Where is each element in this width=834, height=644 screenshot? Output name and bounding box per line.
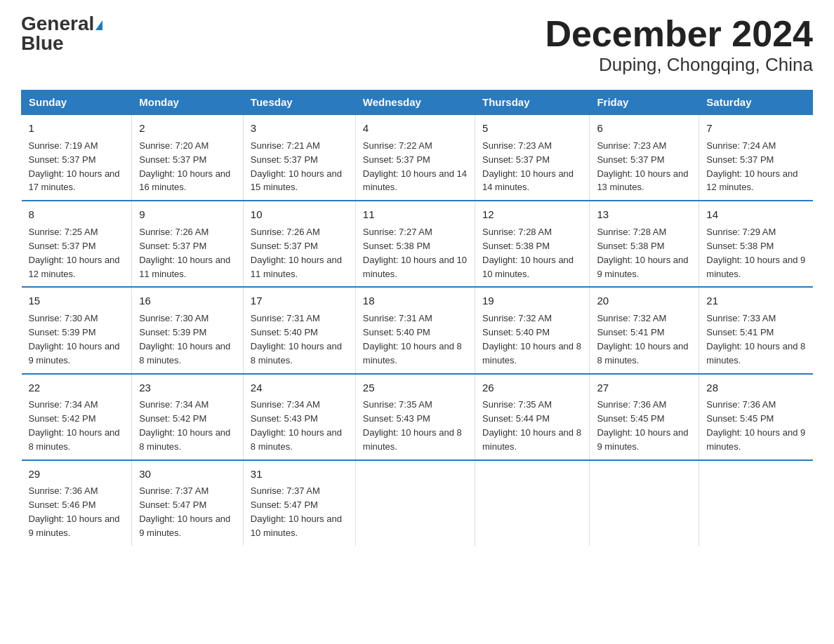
table-row: 20Sunrise: 7:32 AMSunset: 5:41 PMDayligh… <box>590 287 699 373</box>
table-row: 21Sunrise: 7:33 AMSunset: 5:41 PMDayligh… <box>699 287 813 373</box>
calendar-week-row: 8Sunrise: 7:25 AMSunset: 5:37 PMDaylight… <box>22 201 813 287</box>
day-info: Sunrise: 7:26 AMSunset: 5:37 PMDaylight:… <box>251 227 342 279</box>
table-row <box>475 460 590 546</box>
day-info: Sunrise: 7:25 AMSunset: 5:37 PMDaylight:… <box>29 227 120 279</box>
col-sunday: Sunday <box>22 90 132 115</box>
day-number: 29 <box>29 467 125 482</box>
col-thursday: Thursday <box>475 90 590 115</box>
day-info: Sunrise: 7:23 AMSunset: 5:37 PMDaylight:… <box>482 140 574 193</box>
day-info: Sunrise: 7:30 AMSunset: 5:39 PMDaylight:… <box>139 313 230 365</box>
table-row <box>590 460 699 546</box>
day-info: Sunrise: 7:36 AMSunset: 5:45 PMDaylight:… <box>597 399 688 452</box>
day-number: 23 <box>139 380 236 396</box>
day-info: Sunrise: 7:34 AMSunset: 5:42 PMDaylight:… <box>139 399 230 452</box>
table-row <box>699 460 813 546</box>
logo-text: General <box>21 14 102 34</box>
day-info: Sunrise: 7:37 AMSunset: 5:47 PMDaylight:… <box>251 485 342 538</box>
table-row: 22Sunrise: 7:34 AMSunset: 5:42 PMDayligh… <box>22 374 132 460</box>
table-row: 9Sunrise: 7:26 AMSunset: 5:37 PMDaylight… <box>132 201 244 287</box>
day-info: Sunrise: 7:27 AMSunset: 5:38 PMDaylight:… <box>363 227 467 279</box>
day-info: Sunrise: 7:34 AMSunset: 5:43 PMDaylight:… <box>251 399 342 452</box>
table-row: 10Sunrise: 7:26 AMSunset: 5:37 PMDayligh… <box>243 201 355 287</box>
day-number: 9 <box>139 207 236 222</box>
day-number: 7 <box>706 121 805 136</box>
calendar-title: December 2024 <box>545 14 813 54</box>
day-info: Sunrise: 7:30 AMSunset: 5:39 PMDaylight:… <box>29 313 120 365</box>
day-number: 11 <box>363 207 468 222</box>
table-row: 7Sunrise: 7:24 AMSunset: 5:37 PMDaylight… <box>699 114 813 201</box>
logo-blue-text: Blue <box>21 34 64 53</box>
table-row: 25Sunrise: 7:35 AMSunset: 5:43 PMDayligh… <box>355 374 475 460</box>
day-number: 8 <box>29 207 125 222</box>
col-monday: Monday <box>132 90 244 115</box>
table-row: 5Sunrise: 7:23 AMSunset: 5:37 PMDaylight… <box>475 114 590 201</box>
calendar-table: Sunday Monday Tuesday Wednesday Thursday… <box>21 90 813 546</box>
day-info: Sunrise: 7:21 AMSunset: 5:37 PMDaylight:… <box>251 140 342 193</box>
day-number: 28 <box>706 380 805 396</box>
calendar-subtitle: Duping, Chongqing, China <box>545 54 813 76</box>
day-info: Sunrise: 7:23 AMSunset: 5:37 PMDaylight:… <box>597 140 688 193</box>
table-row: 24Sunrise: 7:34 AMSunset: 5:43 PMDayligh… <box>243 374 355 460</box>
day-number: 30 <box>139 467 236 482</box>
title-block: December 2024 Duping, Chongqing, China <box>545 14 813 76</box>
table-row <box>355 460 475 546</box>
table-row: 18Sunrise: 7:31 AMSunset: 5:40 PMDayligh… <box>355 287 475 373</box>
day-info: Sunrise: 7:35 AMSunset: 5:44 PMDaylight:… <box>482 399 581 452</box>
day-number: 15 <box>29 293 125 309</box>
table-row: 3Sunrise: 7:21 AMSunset: 5:37 PMDaylight… <box>243 114 355 201</box>
logo: General Blue <box>21 14 102 53</box>
table-row: 16Sunrise: 7:30 AMSunset: 5:39 PMDayligh… <box>132 287 244 373</box>
day-info: Sunrise: 7:32 AMSunset: 5:41 PMDaylight:… <box>597 313 688 365</box>
col-friday: Friday <box>590 90 699 115</box>
table-row: 19Sunrise: 7:32 AMSunset: 5:40 PMDayligh… <box>475 287 590 373</box>
table-row: 8Sunrise: 7:25 AMSunset: 5:37 PMDaylight… <box>22 201 132 287</box>
day-number: 10 <box>251 207 348 222</box>
table-row: 14Sunrise: 7:29 AMSunset: 5:38 PMDayligh… <box>699 201 813 287</box>
day-number: 20 <box>597 293 691 309</box>
day-number: 25 <box>363 380 468 396</box>
day-number: 16 <box>139 293 236 309</box>
day-number: 1 <box>29 121 125 136</box>
day-number: 27 <box>597 380 691 396</box>
table-row: 2Sunrise: 7:20 AMSunset: 5:37 PMDaylight… <box>132 114 244 201</box>
day-info: Sunrise: 7:31 AMSunset: 5:40 PMDaylight:… <box>363 313 462 365</box>
day-number: 12 <box>482 207 582 222</box>
day-info: Sunrise: 7:35 AMSunset: 5:43 PMDaylight:… <box>363 399 462 452</box>
day-number: 19 <box>482 293 582 309</box>
day-info: Sunrise: 7:34 AMSunset: 5:42 PMDaylight:… <box>29 399 120 452</box>
day-number: 6 <box>597 121 691 136</box>
day-number: 14 <box>706 207 805 222</box>
col-saturday: Saturday <box>699 90 813 115</box>
table-row: 23Sunrise: 7:34 AMSunset: 5:42 PMDayligh… <box>132 374 244 460</box>
table-row: 12Sunrise: 7:28 AMSunset: 5:38 PMDayligh… <box>475 201 590 287</box>
day-number: 13 <box>597 207 691 222</box>
day-info: Sunrise: 7:29 AMSunset: 5:38 PMDaylight:… <box>706 227 805 279</box>
day-info: Sunrise: 7:26 AMSunset: 5:37 PMDaylight:… <box>139 227 230 279</box>
day-info: Sunrise: 7:33 AMSunset: 5:41 PMDaylight:… <box>706 313 805 365</box>
day-info: Sunrise: 7:24 AMSunset: 5:37 PMDaylight:… <box>706 140 797 193</box>
table-row: 1Sunrise: 7:19 AMSunset: 5:37 PMDaylight… <box>22 114 132 201</box>
day-info: Sunrise: 7:22 AMSunset: 5:37 PMDaylight:… <box>363 140 467 193</box>
day-number: 26 <box>482 380 582 396</box>
table-row: 11Sunrise: 7:27 AMSunset: 5:38 PMDayligh… <box>355 201 475 287</box>
calendar-header-row: Sunday Monday Tuesday Wednesday Thursday… <box>22 90 813 115</box>
table-row: 15Sunrise: 7:30 AMSunset: 5:39 PMDayligh… <box>22 287 132 373</box>
day-info: Sunrise: 7:32 AMSunset: 5:40 PMDaylight:… <box>482 313 581 365</box>
day-number: 18 <box>363 293 468 309</box>
day-info: Sunrise: 7:37 AMSunset: 5:47 PMDaylight:… <box>139 485 230 538</box>
day-number: 24 <box>251 380 348 396</box>
table-row: 26Sunrise: 7:35 AMSunset: 5:44 PMDayligh… <box>475 374 590 460</box>
table-row: 27Sunrise: 7:36 AMSunset: 5:45 PMDayligh… <box>590 374 699 460</box>
day-info: Sunrise: 7:28 AMSunset: 5:38 PMDaylight:… <box>597 227 688 279</box>
page-header: General Blue December 2024 Duping, Chong… <box>21 14 813 76</box>
col-wednesday: Wednesday <box>355 90 475 115</box>
table-row: 30Sunrise: 7:37 AMSunset: 5:47 PMDayligh… <box>132 460 244 546</box>
calendar-week-row: 15Sunrise: 7:30 AMSunset: 5:39 PMDayligh… <box>22 287 813 373</box>
calendar-week-row: 29Sunrise: 7:36 AMSunset: 5:46 PMDayligh… <box>22 460 813 546</box>
day-info: Sunrise: 7:36 AMSunset: 5:45 PMDaylight:… <box>706 399 805 452</box>
day-number: 3 <box>251 121 348 136</box>
day-number: 2 <box>139 121 236 136</box>
calendar-week-row: 1Sunrise: 7:19 AMSunset: 5:37 PMDaylight… <box>22 114 813 201</box>
day-number: 17 <box>251 293 348 309</box>
col-tuesday: Tuesday <box>243 90 355 115</box>
